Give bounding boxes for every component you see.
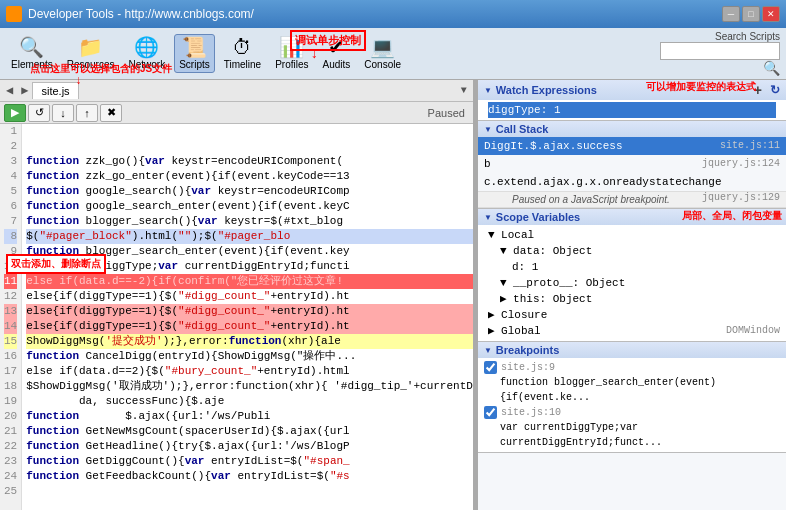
callstack-item-1[interactable]: b jquery.js:124 <box>478 155 786 173</box>
file-select-dropdown[interactable]: ▼ <box>461 85 467 96</box>
right-panel: ▼ Watch Expressions + ↻ diggType: 1 可以增加… <box>478 80 786 510</box>
callstack-triangle-icon: ▼ <box>484 125 492 134</box>
play-button[interactable]: ▶ <box>4 104 26 122</box>
file-tab-bar: ◀ ▶ site.js ▼ 点击这里可以选择包含的JS文件 ↓ <box>0 80 473 102</box>
file-select-annotation: 点击这里可以选择包含的JS文件 <box>30 62 172 76</box>
line-numbers: 12345 67 8 910 11 12 13 14 15 1617181920… <box>0 124 22 510</box>
step-out-button[interactable]: ↑ <box>76 104 98 122</box>
scope-variables-label: Scope Variables <box>496 211 580 223</box>
watch-item-diggtype[interactable]: diggType: 1 <box>488 102 776 118</box>
console-tab[interactable]: 💻 Console <box>359 34 406 73</box>
scope-triangle-icon: ▼ <box>484 213 492 222</box>
code-line-21: function GetNewMsgCount(spacerUserId){$.… <box>26 424 473 439</box>
bp-code-0: function blogger_search_enter(event){if(… <box>500 375 780 405</box>
back-arrow[interactable]: ◀ <box>2 83 17 98</box>
scripts-tab[interactable]: 📜 Scripts <box>174 34 215 73</box>
code-line-2 <box>26 139 473 154</box>
callstack-func-1: b <box>484 158 491 170</box>
scope-data-object[interactable]: ▼ data: Object <box>484 243 780 259</box>
forward-arrow[interactable]: ▶ <box>17 83 32 98</box>
call-stack-items: DiggIt.$.ajax.success site.js:11 b jquer… <box>478 137 786 191</box>
watch-expressions-section: ▼ Watch Expressions + ↻ diggType: 1 可以增加… <box>478 80 786 121</box>
scope-this[interactable]: ▶ this: Object <box>484 291 780 307</box>
callstack-file-2: jquery.js:129 <box>702 190 780 206</box>
bp-file-1: site.js:10 <box>501 405 561 420</box>
file-select-arrow: ↓ <box>75 74 82 88</box>
main-content: ◀ ▶ site.js ▼ 点击这里可以选择包含的JS文件 ↓ ▶ ↺ ↓ ↑ … <box>0 80 786 510</box>
call-stack-section: ▼ Call Stack DiggIt.$.ajax.success site.… <box>478 121 786 209</box>
breakpoints-section: ▼ Breakpoints site.js:9 function blogger… <box>478 342 786 453</box>
app-icon <box>6 6 22 22</box>
code-line-11: else if(data.d==-2){if(confirm("您已经评价过这文… <box>26 274 473 289</box>
scope-global[interactable]: ▶ Global DOMWindow <box>484 323 780 339</box>
step-into-button[interactable]: ↓ <box>52 104 74 122</box>
callstack-item-2[interactable]: c.extend.ajax.g.x.onreadystatechange jqu… <box>478 173 786 191</box>
title-bar: Developer Tools - http://www.cnblogs.com… <box>0 0 786 28</box>
scope-variables-section: ▼ Scope Variables 局部、全局、闭包变量 ▼ Local ▼ d… <box>478 209 786 342</box>
call-stack-header[interactable]: ▼ Call Stack <box>478 121 786 137</box>
bp-check-0[interactable] <box>484 361 497 374</box>
code-line-23: function GetDiggCount(){var entryIdList=… <box>26 454 473 469</box>
callstack-file-0: site.js:11 <box>720 138 780 154</box>
watch-refresh-button[interactable]: ↻ <box>770 83 780 97</box>
scope-closure[interactable]: ▶ Closure <box>484 307 780 323</box>
bp-code-1: var currentDiggType;var currentDiggEntry… <box>500 420 780 450</box>
window-controls: ─ □ ✕ <box>722 6 780 22</box>
code-line-3: function zzk_go(){var keystr=encodeURICo… <box>26 154 473 169</box>
breakpoint-annotation-text: 双击添加、删除断点 <box>11 258 101 269</box>
code-line-24: function GetFeedbackCount(){var entryIdL… <box>26 469 473 484</box>
debug-annotation-box: 调试单步控制 <box>290 30 366 51</box>
deactivate-button[interactable]: ✖ <box>100 104 122 122</box>
code-line-1 <box>26 124 473 139</box>
code-line-13: else{if(diggType==1){$("#digg_count_"+en… <box>26 304 473 319</box>
search-area: Search Scripts 🔍 <box>660 31 780 77</box>
code-line-19: da, successFunc){$.aje <box>26 394 473 409</box>
code-line-16: function CancelDigg(entryId){ShowDiggMsg… <box>26 349 473 364</box>
code-line-25 <box>26 484 473 499</box>
code-line-12: else{if(diggType==1){$("#digg_count_"+en… <box>26 289 473 304</box>
callstack-item-0[interactable]: DiggIt.$.ajax.success site.js:11 <box>478 137 786 155</box>
breakpoints-list: site.js:9 function blogger_search_enter(… <box>478 358 786 452</box>
breakpoints-header[interactable]: ▼ Breakpoints <box>478 342 786 358</box>
step-over-button[interactable]: ↺ <box>28 104 50 122</box>
code-line-14: else{if(diggType==1){$("#digg_count_"+en… <box>26 319 473 334</box>
bp-check-1[interactable] <box>484 406 497 419</box>
scope-proto[interactable]: ▼ __proto__: Object <box>484 275 780 291</box>
close-button[interactable]: ✕ <box>762 6 780 22</box>
network-icon: 🌐 <box>134 37 159 57</box>
maximize-button[interactable]: □ <box>742 6 760 22</box>
scripts-label: Scripts <box>179 59 210 70</box>
elements-icon: 🔍 <box>19 37 44 57</box>
resources-icon: 📁 <box>78 37 103 57</box>
window-title: Developer Tools - http://www.cnblogs.com… <box>28 7 254 21</box>
breakpoints-label: Breakpoints <box>496 344 560 356</box>
code-line-4: function zzk_go_enter(event){if(event.ke… <box>26 169 473 184</box>
code-area: 双击添加、删除断点 12345 67 8 910 11 12 13 14 15 … <box>0 124 473 510</box>
debug-annotation-text: 调试单步控制 <box>295 34 361 46</box>
code-line-7: function blogger_search(){var keystr=$(#… <box>26 214 473 229</box>
code-line-8: $("#pager_block").html("");$("#pager_blo <box>26 229 473 244</box>
minimize-button[interactable]: ─ <box>722 6 740 22</box>
timeline-icon: ⏱ <box>232 37 252 57</box>
timeline-tab[interactable]: ⏱ Timeline <box>219 34 266 73</box>
left-panel: ◀ ▶ site.js ▼ 点击这里可以选择包含的JS文件 ↓ ▶ ↺ ↓ ↑ … <box>0 80 475 510</box>
file-tab-site-js[interactable]: site.js <box>32 82 78 99</box>
watch-content: diggType: 1 <box>478 100 786 120</box>
bp-text-1: var currentDiggType;var currentDiggEntry… <box>484 420 780 450</box>
scope-annotation: 局部、全局、闭包变量 <box>682 209 782 223</box>
scope-local: ▼ Local <box>484 227 780 243</box>
code-line-6: function google_search_enter(event){if(e… <box>26 199 473 214</box>
timeline-label: Timeline <box>224 59 261 70</box>
code-lines: 12345 67 8 910 11 12 13 14 15 1617181920… <box>0 124 473 510</box>
breakpoint-0: site.js:9 <box>484 360 780 375</box>
search-input[interactable] <box>660 42 780 60</box>
code-line-20: function $.ajax({url:'/ws/Publi <box>26 409 473 424</box>
watch-annotation: 可以增加要监控的表达式 <box>646 80 756 94</box>
console-label: Console <box>364 59 401 70</box>
callstack-func-2: c.extend.ajax.g.x.onreadystatechange <box>484 176 722 188</box>
code-line-5: function google_search(){var keystr=enco… <box>26 184 473 199</box>
scope-tree: ▼ Local ▼ data: Object d: 1 ▼ __proto__:… <box>478 225 786 341</box>
search-icon[interactable]: 🔍 <box>763 60 780 77</box>
code-line-18: $ShowDiggMsg('取消成功');},error:function(xh… <box>26 379 473 394</box>
search-label: Search Scripts <box>715 31 780 42</box>
